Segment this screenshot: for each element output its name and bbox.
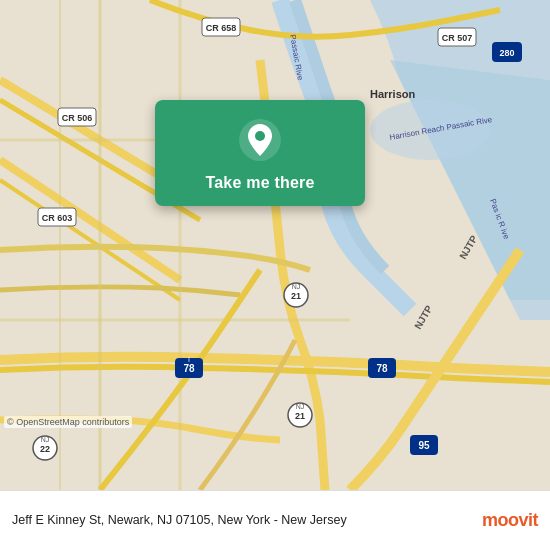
svg-text:78: 78 [183, 363, 195, 374]
svg-text:NJ: NJ [296, 403, 305, 410]
osm-credit: © OpenStreetMap contributors [4, 416, 132, 428]
svg-text:CR 658: CR 658 [206, 23, 237, 33]
svg-text:CR 506: CR 506 [62, 113, 93, 123]
svg-text:I: I [188, 356, 190, 363]
moovit-logo-text: moovit [482, 510, 538, 531]
svg-text:NJ: NJ [292, 283, 301, 290]
address-text: Jeff E Kinney St, Newark, NJ 07105, New … [12, 512, 482, 530]
svg-text:280: 280 [499, 48, 514, 58]
location-pin-icon [238, 118, 282, 162]
svg-text:22: 22 [40, 444, 50, 454]
location-card: Take me there [155, 100, 365, 206]
svg-text:21: 21 [291, 291, 301, 301]
svg-text:CR 507: CR 507 [442, 33, 473, 43]
svg-text:95: 95 [418, 440, 430, 451]
svg-text:78: 78 [376, 363, 388, 374]
svg-point-44 [255, 131, 265, 141]
svg-text:Harrison: Harrison [370, 88, 416, 100]
take-me-there-button[interactable]: Take me there [205, 174, 314, 192]
moovit-logo: moovit [482, 510, 538, 531]
svg-text:NJ: NJ [41, 436, 50, 443]
svg-text:21: 21 [295, 411, 305, 421]
svg-text:CR 603: CR 603 [42, 213, 73, 223]
bottom-bar: Jeff E Kinney St, Newark, NJ 07105, New … [0, 490, 550, 550]
map-container: CR 658 CR 506 CR 507 CR 603 21 NJ 21 NJ … [0, 0, 550, 490]
